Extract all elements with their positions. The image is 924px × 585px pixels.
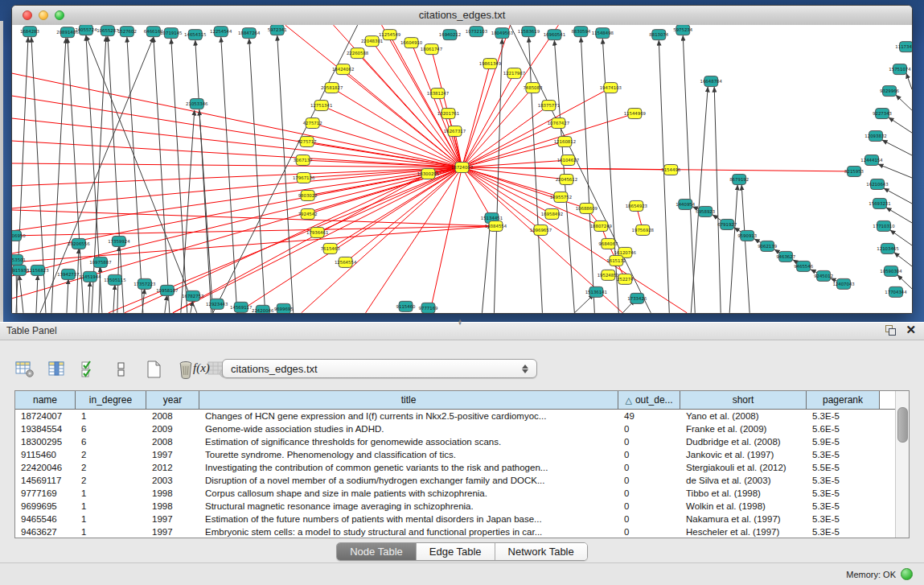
graph-node[interactable]: 22260588: [347, 48, 369, 59]
graph-node[interactable]: 16960541: [544, 30, 565, 40]
select-all-icon[interactable]: [79, 359, 100, 380]
graph-node[interactable]: 1733426: [627, 293, 647, 303]
clear-selection-icon[interactable]: [111, 359, 132, 380]
graph-node[interactable]: 10688609: [576, 203, 598, 213]
graph-node[interactable]: 18375771: [538, 101, 560, 111]
graph-node[interactable]: 9803022: [298, 190, 318, 200]
graph-node[interactable]: 1154496: [661, 165, 681, 175]
tab-edge-table[interactable]: Edge Table: [417, 543, 495, 560]
column-header-year[interactable]: year: [146, 391, 199, 409]
network-canvas[interactable]: 1684283208914062405572410655287152760264…: [12, 25, 912, 313]
graph-node[interactable]: 14654315: [184, 30, 206, 40]
graph-node[interactable]: 1440954: [676, 199, 696, 209]
graph-node[interactable]: 10590304: [880, 266, 902, 276]
graph-node[interactable]: 4275712: [303, 118, 322, 129]
graph-node[interactable]: 17357223: [133, 278, 155, 289]
graph-node[interactable]: 11583619: [518, 27, 540, 37]
table-scrollbar[interactable]: [895, 391, 909, 538]
graph-node[interactable]: 16267317: [444, 126, 466, 137]
graph-node[interactable]: 10958107: [156, 285, 178, 295]
column-header-pagerank[interactable]: pagerank: [807, 391, 880, 409]
graph-node[interactable]: 3067137: [294, 155, 313, 166]
graph-node[interactable]: 6791927: [717, 219, 737, 229]
graph-node[interactable]: 1684283: [20, 27, 39, 37]
function-builder-icon[interactable]: f(x): [193, 361, 210, 375]
graph-node[interactable]: 13942737: [57, 269, 79, 279]
graph-node[interactable]: 18049563: [491, 28, 513, 39]
table-selector-dropdown[interactable]: citations_edges.txt: [222, 359, 537, 378]
graph-node[interactable]: 9245012: [814, 270, 833, 281]
graph-node[interactable]: 9590913: [737, 230, 757, 241]
graph-node[interactable]: 22048301: [361, 36, 383, 47]
table-row[interactable]: 911546021997Tourette syndrome. Phenomeno…: [15, 448, 909, 461]
graph-node[interactable]: 3275717: [298, 137, 317, 147]
graph-node[interactable]: 7485083: [523, 83, 542, 93]
graph-node[interactable]: 21053346: [186, 99, 208, 109]
graph-node[interactable]: 13505115: [104, 274, 125, 285]
table-row[interactable]: 2242004622012Investigating the contribut…: [15, 461, 909, 474]
table-row[interactable]: 1938455462009Genome-wide association stu…: [15, 422, 909, 435]
graph-node[interactable]: 23206950: [12, 230, 26, 241]
graph-node[interactable]: 9053501: [12, 254, 26, 265]
graph-node[interactable]: 8679192: [729, 174, 749, 184]
graph-node[interactable]: 10969657: [530, 225, 552, 235]
graph-node[interactable]: 8830594: [571, 27, 591, 37]
graph-node[interactable]: 17359924: [108, 236, 130, 246]
graph-node[interactable]: 18847264: [238, 28, 261, 39]
column-header-name[interactable]: name: [15, 391, 76, 409]
table-row[interactable]: 1456911722003Disruption of a novel membe…: [15, 474, 909, 487]
float-panel-icon[interactable]: [885, 324, 896, 336]
graph-node[interactable]: 11173458: [895, 42, 912, 52]
graph-node[interactable]: 15693231: [869, 198, 890, 208]
graph-node[interactable]: 16104627: [557, 155, 579, 166]
graph-node[interactable]: 17704344: [885, 286, 907, 297]
close-panel-icon[interactable]: ✕: [906, 324, 916, 336]
graph-node[interactable]: 10732103: [466, 27, 487, 37]
table-settings-icon[interactable]: [14, 359, 35, 380]
graph-node[interactable]: 6958923: [696, 206, 715, 216]
graph-node[interactable]: 17710310: [873, 220, 895, 231]
split-divider-grip[interactable]: ▲▼: [454, 319, 466, 324]
graph-node[interactable]: 9227343: [873, 109, 892, 119]
graph-node[interactable]: 18654923: [626, 200, 647, 211]
graph-node[interactable]: 12217987: [503, 68, 525, 79]
table-row[interactable]: 1830029562008Estimation of significance …: [15, 435, 909, 448]
column-visibility-icon[interactable]: [47, 359, 68, 380]
graph-node[interactable]: 18061747: [421, 44, 442, 55]
graph-node[interactable]: 9684067: [598, 238, 618, 249]
graph-node[interactable]: 9463627: [776, 251, 795, 262]
graph-node[interactable]: 11156823: [27, 265, 48, 275]
graph-node[interactable]: 7924542: [298, 208, 318, 219]
graph-node[interactable]: 9699695: [274, 303, 294, 313]
graph-node[interactable]: 16210643: [866, 179, 888, 189]
graph-node[interactable]: 14569117: [230, 302, 252, 312]
table-row[interactable]: 946554611997Estimation of the future num…: [15, 513, 909, 525]
graph-node[interactable]: 16648784: [700, 76, 723, 87]
graph-node[interactable]: 22045612: [556, 174, 577, 184]
graph-node[interactable]: 252274: [617, 274, 634, 284]
graph-node[interactable]: 7615463: [321, 243, 340, 253]
graph-node[interactable]: 1527602: [117, 27, 137, 37]
tab-network-table[interactable]: Network Table: [495, 543, 587, 560]
graph-node[interactable]: 12444154: [860, 155, 883, 166]
graph-node[interactable]: 10975887: [89, 257, 111, 267]
graph-node[interactable]: 9329966: [880, 86, 900, 97]
column-header-out_de[interactable]: △out_de...: [618, 391, 680, 409]
graph-node[interactable]: 12254544: [210, 27, 232, 37]
column-header-title[interactable]: title: [199, 391, 618, 409]
table-scrollbar-thumb[interactable]: [897, 407, 908, 443]
window-titlebar[interactable]: citations_edges.txt: [12, 6, 912, 26]
graph-node[interactable]: 15751074: [889, 64, 911, 75]
graph-node[interactable]: 16940212: [439, 30, 461, 40]
graph-node[interactable]: 9465546: [794, 261, 814, 271]
table-row[interactable]: 977716911998Corpus callosum shape and si…: [15, 487, 909, 500]
graph-node[interactable]: 9062139: [758, 241, 778, 251]
graph-node[interactable]: 16604910: [400, 38, 423, 48]
graph-node[interactable]: 16782753: [182, 290, 203, 301]
graph-node[interactable]: 22420046: [252, 305, 274, 313]
table-row[interactable]: 969969511998Structural magnetic resonanc…: [15, 500, 909, 513]
graph-node[interactable]: 11544969: [624, 109, 647, 119]
graph-node[interactable]: 1615132: [606, 255, 626, 266]
graph-node[interactable]: 9115460: [396, 301, 417, 311]
graph-node[interactable]: 12923443: [206, 299, 228, 309]
